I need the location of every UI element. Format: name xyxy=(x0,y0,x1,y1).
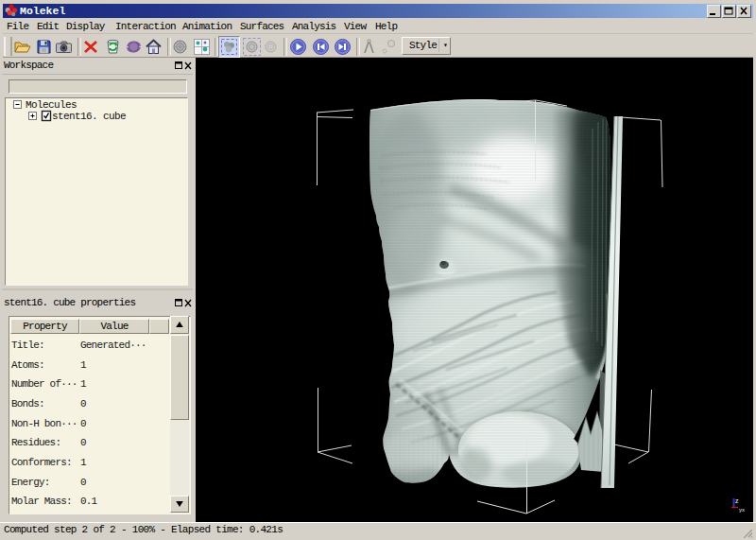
svg-text:yx: yx xyxy=(739,507,745,513)
svg-text:z: z xyxy=(735,497,739,504)
